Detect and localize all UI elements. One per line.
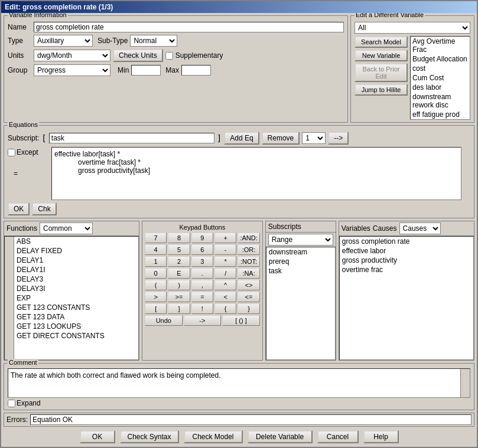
key-caret[interactable]: ^ (214, 280, 236, 290)
key-undo[interactable]: Undo (145, 315, 183, 326)
key-plus[interactable]: + (214, 233, 236, 243)
except-checkbox[interactable] (8, 149, 15, 156)
chk-button[interactable]: Chk (32, 202, 56, 215)
subscripts-range-select[interactable]: Range All None (268, 234, 333, 246)
supplementary-checkbox[interactable] (165, 52, 173, 60)
functions-category-select[interactable]: Common All Array Statistical Delay (40, 223, 93, 234)
function-item[interactable]: DELAY3I (14, 284, 138, 293)
key-divide[interactable]: / (214, 268, 236, 279)
units-select[interactable]: dwg/Month (34, 50, 110, 61)
search-model-button[interactable]: Search Model (355, 36, 408, 48)
key-rbracket[interactable]: ] (168, 303, 190, 314)
equation-editor[interactable]: effective labor[task] * overtime frac[ta… (51, 147, 470, 200)
key-na[interactable]: :NA: (238, 268, 259, 279)
key-6[interactable]: 6 (191, 244, 213, 255)
new-variable-button[interactable]: New Variable (355, 50, 408, 61)
name-input[interactable] (34, 22, 344, 32)
variable-item[interactable]: overtime frac (340, 265, 473, 274)
function-item[interactable]: GET 123 CONSTANTS (14, 303, 138, 312)
key-eq[interactable]: = (191, 292, 213, 302)
key-4[interactable]: 4 (145, 244, 167, 255)
type-select[interactable]: Auxiliary Stock Flow Constant (34, 35, 93, 47)
function-item[interactable]: DELAY1I (14, 265, 138, 274)
functions-scrollbar[interactable] (5, 237, 14, 359)
function-item[interactable]: ABS (14, 237, 138, 246)
help-button[interactable]: Help (363, 430, 399, 443)
key-neq[interactable]: <> (238, 280, 259, 290)
variable-item[interactable]: effective labor (340, 246, 473, 256)
function-item[interactable]: GET 123 DATA (14, 312, 138, 322)
remove-button[interactable]: Remove (262, 132, 300, 145)
edit-diff-item[interactable]: downstream rework disc (411, 92, 470, 110)
add-eq-button[interactable]: Add Eq (224, 132, 259, 145)
subscript-item[interactable]: downstream (266, 247, 335, 257)
comment-scrollbar[interactable] (460, 369, 470, 397)
key-lte[interactable]: <= (238, 292, 259, 302)
expand-checkbox[interactable] (8, 400, 15, 407)
eq-counter-select[interactable]: 1 (302, 132, 326, 144)
key-9[interactable]: 9 (191, 233, 213, 243)
edit-diff-item[interactable]: Avg Overtime Frac (411, 37, 470, 54)
function-item[interactable]: DELAY3 (14, 274, 138, 284)
comment-text[interactable]: The rate at which both correct and flawe… (8, 368, 470, 398)
key-7[interactable]: 7 (145, 233, 167, 243)
arrow-button[interactable]: --> (328, 132, 349, 145)
key-comma[interactable]: , (191, 280, 213, 290)
subscript-item[interactable]: task (266, 266, 335, 276)
ok-button[interactable]: OK (80, 430, 115, 443)
edit-diff-item[interactable]: eff fatigue prod (411, 110, 470, 119)
key-0[interactable]: 0 (145, 268, 167, 279)
cancel-button[interactable]: Cancel (317, 430, 359, 443)
key-gte[interactable]: >= (168, 292, 190, 302)
min-input[interactable] (131, 65, 161, 76)
jump-to-hilite-button[interactable]: Jump to Hilite (355, 84, 408, 96)
check-model-button[interactable]: Check Model (184, 430, 243, 443)
causes-select[interactable]: Causes Uses All (399, 223, 441, 234)
subscript-item[interactable]: prereq (266, 257, 335, 266)
key-arrow[interactable]: -> (184, 315, 222, 326)
ok-small-button[interactable]: OK (8, 202, 30, 215)
key-minus[interactable]: - (214, 244, 236, 255)
key-parens[interactable]: [ () ] (222, 315, 260, 326)
check-units-button[interactable]: Check Units (113, 49, 163, 62)
subscript-input[interactable] (49, 133, 214, 143)
variable-item[interactable]: gross productivity (340, 256, 473, 265)
function-item[interactable]: DELAY FIXED (14, 246, 138, 256)
key-lparen[interactable]: ( (145, 280, 167, 290)
key-rparen[interactable]: ) (168, 280, 190, 290)
key-2[interactable]: 2 (168, 256, 190, 267)
function-item[interactable]: EXP (14, 293, 138, 303)
key-exclaim[interactable]: ! (191, 303, 213, 314)
filter-select[interactable]: All Auxiliaries Stocks Flows Constants (355, 22, 470, 34)
group-select[interactable]: Progress Other (34, 64, 110, 76)
key-e[interactable]: E (168, 268, 190, 279)
key-dot[interactable]: . (191, 268, 213, 279)
edit-diff-item[interactable]: Cum Cost (411, 73, 470, 83)
eq-scrollbar[interactable] (461, 147, 470, 200)
back-to-prior-edit-button[interactable]: Back to Prior Edit (355, 63, 408, 82)
key-3[interactable]: 3 (191, 256, 213, 267)
edit-diff-item[interactable]: Budget Allocation (411, 54, 470, 64)
function-item[interactable]: DELAY1 (14, 256, 138, 265)
key-8[interactable]: 8 (168, 233, 190, 243)
key-1[interactable]: 1 (145, 256, 167, 267)
check-syntax-button[interactable]: Check Syntax (120, 430, 179, 443)
edit-diff-item[interactable]: cost (411, 64, 470, 73)
function-item[interactable]: GET DIRECT CONSTANTS (14, 331, 138, 341)
key-lt[interactable]: < (214, 292, 236, 302)
function-item[interactable]: GET 123 LOOKUPS (14, 322, 138, 331)
delete-variable-button[interactable]: Delete Variable (248, 430, 313, 443)
key-rbrace[interactable]: } (238, 303, 259, 314)
key-not[interactable]: :NOT: (238, 256, 259, 267)
edit-diff-item[interactable]: des labor (411, 83, 470, 92)
key-gt[interactable]: > (145, 292, 167, 302)
subtype-select[interactable]: Normal Lookup Data (130, 35, 177, 47)
key-5[interactable]: 5 (168, 244, 190, 255)
max-input[interactable] (181, 65, 211, 76)
variable-item[interactable]: gross completion rate (340, 237, 473, 246)
key-multiply[interactable]: * (214, 256, 236, 267)
key-and[interactable]: :AND: (238, 233, 259, 243)
key-or[interactable]: :OR: (238, 244, 259, 255)
key-lbrace[interactable]: { (214, 303, 236, 314)
key-lbracket[interactable]: [ (145, 303, 167, 314)
